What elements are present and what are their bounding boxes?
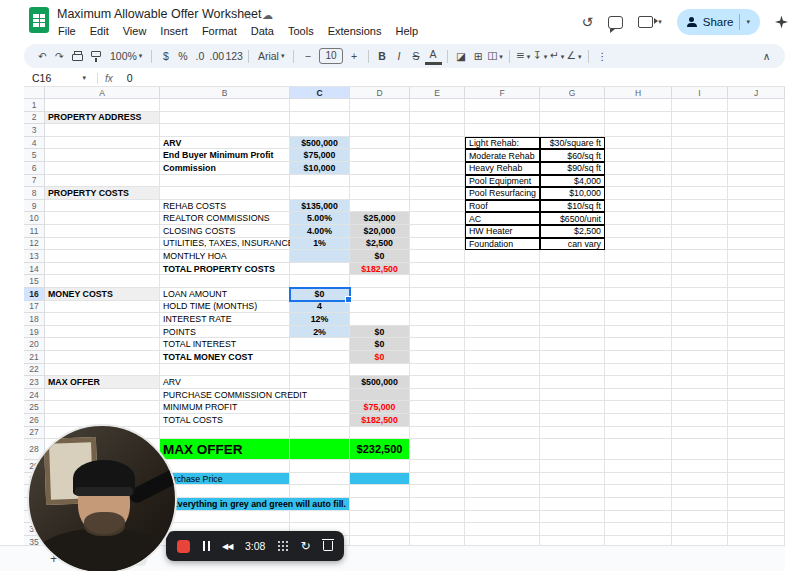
cell-G10[interactable]: $6500/unit <box>540 212 605 225</box>
cell-I4[interactable] <box>672 137 728 150</box>
pause-recording-button[interactable] <box>203 541 210 551</box>
cell-H29[interactable] <box>605 460 672 473</box>
cell-I10[interactable] <box>672 212 728 225</box>
cell-A19[interactable] <box>45 326 160 339</box>
cell-A11[interactable] <box>45 225 160 238</box>
cell-D14[interactable]: $182,500 <box>350 263 410 276</box>
cell-F22[interactable] <box>465 364 540 377</box>
cell-J27[interactable] <box>728 427 785 440</box>
cell-G5[interactable]: $60/sq ft <box>540 149 605 162</box>
cell-F23[interactable] <box>465 376 540 389</box>
cell-D27[interactable] <box>350 427 410 440</box>
column-header-G[interactable]: G <box>540 87 605 99</box>
cell-E7[interactable] <box>410 175 465 188</box>
cell-H28[interactable] <box>605 439 672 460</box>
redo-icon[interactable]: ↷ <box>51 44 68 68</box>
cell-J3[interactable] <box>728 124 785 137</box>
cell-C1[interactable] <box>290 99 350 112</box>
menu-edit[interactable]: Edit <box>83 24 116 38</box>
cell-E5[interactable] <box>410 149 465 162</box>
cell-G15[interactable] <box>540 275 605 288</box>
document-title[interactable]: Maximum Allowable Offer Worksheet <box>57 7 261 21</box>
cell-C21[interactable] <box>290 351 350 364</box>
cell-G31[interactable] <box>540 485 605 498</box>
cell-B27[interactable] <box>160 427 290 440</box>
row-header-22[interactable]: 22 <box>24 364 45 377</box>
cell-B6[interactable]: Commission <box>160 162 290 175</box>
row-header-15[interactable]: 15 <box>24 275 45 288</box>
cell-I24[interactable] <box>672 389 728 402</box>
cell-I33[interactable] <box>672 511 728 524</box>
cell-I22[interactable] <box>672 364 728 377</box>
row-header-8[interactable]: 8 <box>24 187 45 200</box>
cell-J20[interactable] <box>728 338 785 351</box>
cell-H22[interactable] <box>605 364 672 377</box>
format-percent-button[interactable]: % <box>174 44 191 68</box>
cell-I5[interactable] <box>672 149 728 162</box>
cell-G34[interactable] <box>540 523 605 536</box>
cell-E33[interactable] <box>410 511 465 524</box>
cell-B2[interactable] <box>160 112 290 125</box>
cell-D20[interactable]: $0 <box>350 338 410 351</box>
cell-E9[interactable] <box>410 200 465 213</box>
cell-B31[interactable] <box>160 485 290 498</box>
cell-D13[interactable]: $0 <box>350 250 410 263</box>
cell-F30[interactable] <box>465 473 540 486</box>
cell-D23[interactable]: $500,000 <box>350 376 410 389</box>
cell-C13[interactable] <box>290 250 350 263</box>
font-size-input[interactable]: 10 <box>319 48 342 64</box>
row-header-20[interactable]: 20 <box>24 338 45 351</box>
row-header-14[interactable]: 14 <box>24 263 45 276</box>
row-header-25[interactable]: 25 <box>24 401 45 414</box>
column-header-C[interactable]: C <box>290 87 350 99</box>
menu-extensions[interactable]: Extensions <box>321 24 389 38</box>
cell-C24[interactable] <box>290 389 350 402</box>
cell-G29[interactable] <box>540 460 605 473</box>
gemini-sparkle-icon[interactable] <box>775 16 788 29</box>
cell-I23[interactable] <box>672 376 728 389</box>
cell-H26[interactable] <box>605 414 672 427</box>
cell-C8[interactable] <box>290 187 350 200</box>
cell-J21[interactable] <box>728 351 785 364</box>
decrease-font-size-button[interactable]: − <box>299 44 316 68</box>
cell-G4[interactable]: $30/square ft <box>540 137 605 150</box>
cell-B26[interactable]: TOTAL COSTS <box>160 414 290 427</box>
cell-J7[interactable] <box>728 175 785 188</box>
cell-A1[interactable] <box>45 99 160 112</box>
cell-H13[interactable] <box>605 250 672 263</box>
cell-F2[interactable] <box>465 112 540 125</box>
cell-B15[interactable] <box>160 275 290 288</box>
number-format-button[interactable]: 123 <box>225 44 243 68</box>
cell-I27[interactable] <box>672 427 728 440</box>
cell-B11[interactable]: CLOSING COSTS <box>160 225 290 238</box>
cell-I35[interactable] <box>672 536 728 545</box>
cell-D1[interactable] <box>350 99 410 112</box>
row-header-13[interactable]: 13 <box>24 250 45 263</box>
star-icon[interactable]: ☆ <box>243 9 253 22</box>
cell-D31[interactable] <box>350 485 410 498</box>
cell-G21[interactable] <box>540 351 605 364</box>
column-header-F[interactable]: F <box>465 87 540 99</box>
cell-H34[interactable] <box>605 523 672 536</box>
cell-H7[interactable] <box>605 175 672 188</box>
cell-H15[interactable] <box>605 275 672 288</box>
cell-H18[interactable] <box>605 313 672 326</box>
cell-J12[interactable] <box>728 238 785 251</box>
cell-H11[interactable] <box>605 225 672 238</box>
sheets-logo-icon[interactable] <box>29 7 49 33</box>
cell-E21[interactable] <box>410 351 465 364</box>
cell-H24[interactable] <box>605 389 672 402</box>
cell-H9[interactable] <box>605 200 672 213</box>
cell-D5[interactable] <box>350 149 410 162</box>
stop-recording-button[interactable] <box>177 540 190 553</box>
column-header-B[interactable]: B <box>160 87 290 99</box>
cell-I14[interactable] <box>672 263 728 276</box>
cell-B1[interactable] <box>160 99 290 112</box>
cell-I32[interactable] <box>672 498 728 511</box>
cell-F29[interactable] <box>465 460 540 473</box>
cell-D29[interactable] <box>350 460 410 473</box>
cell-F11[interactable]: HW Heater <box>465 225 540 238</box>
cell-D8[interactable] <box>350 187 410 200</box>
cell-C25[interactable] <box>290 401 350 414</box>
cell-J22[interactable] <box>728 364 785 377</box>
